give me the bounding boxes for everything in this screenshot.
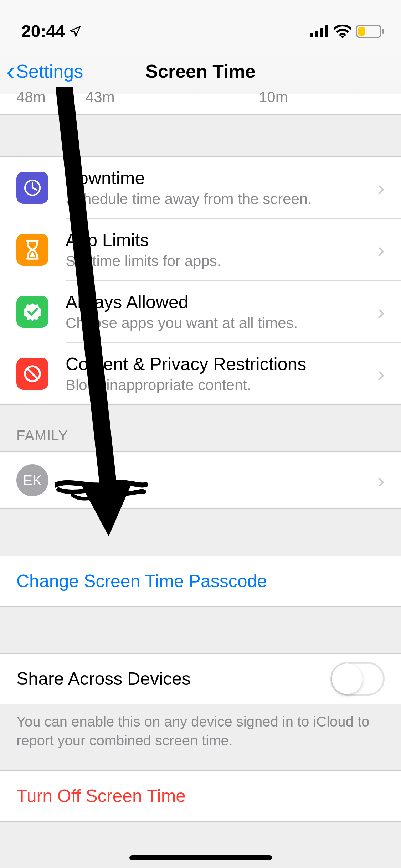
chart-value-1: 48m [16, 89, 46, 106]
chevron-right-icon: › [377, 468, 385, 493]
chevron-left-icon: ‹ [6, 59, 15, 84]
app-limits-subtitle: Set time limits for apps. [66, 253, 370, 270]
share-across-devices-cell[interactable]: Share Across Devices [0, 654, 401, 704]
turn-off-group: Turn Off Screen Time [0, 770, 401, 822]
chart-values-row: 48m 43m 10m [0, 94, 401, 115]
downtime-cell[interactable]: Downtime Schedule time away from the scr… [0, 157, 401, 218]
share-toggle[interactable] [330, 662, 385, 696]
wifi-icon [334, 25, 351, 38]
family-header: FAMILY [0, 405, 401, 451]
share-group: Share Across Devices [0, 653, 401, 704]
avatar: EK [16, 464, 48, 496]
badge-check-icon [16, 296, 48, 328]
svg-rect-1 [315, 31, 318, 37]
always-allowed-subtitle: Choose apps you want at all times. [66, 315, 370, 332]
content: 48m 43m 10m Downtime Schedule time away … [0, 94, 401, 822]
location-arrow-icon [69, 25, 82, 38]
features-group: Downtime Schedule time away from the scr… [0, 156, 401, 405]
downtime-icon [16, 172, 48, 204]
passcode-group: Change Screen Time Passcode [0, 556, 401, 607]
change-passcode-button[interactable]: Change Screen Time Passcode [0, 556, 401, 606]
status-time: 20:44 [21, 21, 65, 41]
toggle-knob [332, 663, 363, 694]
status-right [310, 25, 385, 38]
share-footer: You can enable this on any device signed… [0, 704, 401, 770]
no-entry-icon [16, 358, 48, 390]
hourglass-icon [16, 234, 48, 266]
downtime-title: Downtime [66, 168, 370, 188]
share-label: Share Across Devices [16, 668, 330, 689]
svg-line-10 [32, 188, 36, 190]
app-limits-title: App Limits [66, 230, 370, 250]
svg-rect-2 [320, 28, 323, 37]
svg-rect-0 [310, 33, 313, 37]
change-passcode-label: Change Screen Time Passcode [16, 571, 267, 591]
svg-line-12 [27, 368, 38, 379]
chevron-right-icon: › [377, 238, 385, 262]
content-restrictions-subtitle: Block inappropriate content. [66, 377, 370, 394]
chevron-right-icon: › [377, 362, 385, 386]
chart-value-2: 43m [86, 89, 115, 106]
svg-point-4 [341, 35, 344, 37]
downtime-subtitle: Schedule time away from the screen. [66, 191, 370, 208]
navigation-bar: ‹ Settings Screen Time [0, 48, 401, 94]
svg-rect-6 [382, 29, 384, 34]
family-member-cell[interactable]: EK › [0, 452, 401, 508]
always-allowed-cell[interactable]: Always Allowed Choose apps you want at a… [0, 281, 401, 342]
status-bar: 20:44 [0, 0, 401, 48]
home-indicator[interactable] [129, 855, 272, 860]
app-limits-cell[interactable]: App Limits Set time limits for apps. › [0, 219, 401, 280]
turn-off-label: Turn Off Screen Time [16, 786, 186, 806]
cellular-signal-icon [310, 25, 329, 37]
battery-icon [356, 25, 385, 38]
family-group: EK › [0, 451, 401, 509]
chart-value-3: 10m [259, 89, 288, 106]
back-label: Settings [16, 61, 83, 82]
chevron-right-icon: › [377, 176, 385, 200]
content-restrictions-title: Content & Privacy Restrictions [66, 354, 370, 374]
turn-off-screen-time-button[interactable]: Turn Off Screen Time [0, 771, 401, 821]
page-title: Screen Time [145, 61, 255, 82]
always-allowed-title: Always Allowed [66, 292, 370, 312]
back-button[interactable]: ‹ Settings [6, 59, 83, 84]
svg-rect-7 [358, 27, 365, 36]
chevron-right-icon: › [377, 300, 385, 324]
content-restrictions-cell[interactable]: Content & Privacy Restrictions Block ina… [0, 343, 401, 404]
svg-rect-3 [325, 25, 328, 37]
status-time-group: 20:44 [21, 21, 82, 41]
